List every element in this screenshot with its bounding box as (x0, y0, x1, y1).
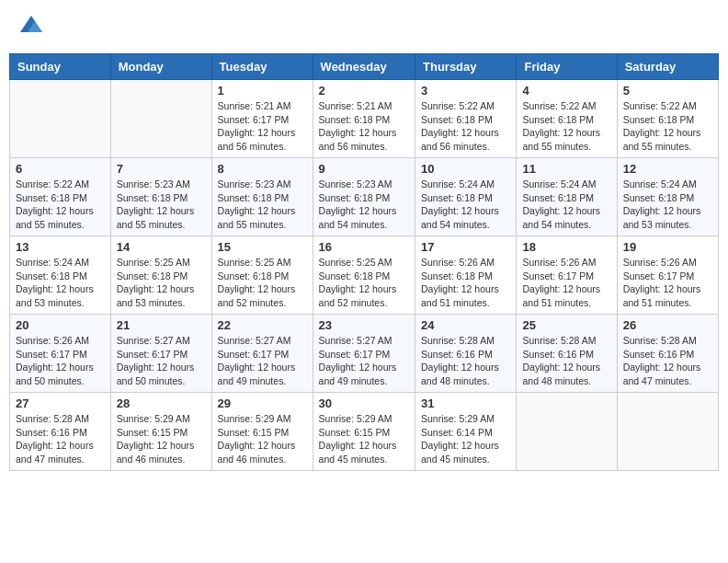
day-of-week-header: Thursday (415, 54, 517, 80)
day-info: Sunrise: 5:29 AM Sunset: 6:14 PM Dayligh… (421, 412, 510, 466)
day-of-week-header: Monday (110, 54, 211, 80)
calendar-cell: 19Sunrise: 5:26 AM Sunset: 6:17 PM Dayli… (617, 236, 718, 315)
logo (18, 14, 46, 40)
day-info: Sunrise: 5:26 AM Sunset: 6:17 PM Dayligh… (16, 334, 105, 388)
calendar-cell: 7Sunrise: 5:23 AM Sunset: 6:18 PM Daylig… (110, 158, 211, 236)
day-number: 20 (16, 318, 105, 332)
calendar-week-row: 1Sunrise: 5:21 AM Sunset: 6:17 PM Daylig… (10, 80, 719, 158)
day-info: Sunrise: 5:23 AM Sunset: 6:18 PM Dayligh… (319, 178, 409, 232)
day-number: 27 (16, 396, 105, 410)
day-info: Sunrise: 5:22 AM Sunset: 6:18 PM Dayligh… (522, 99, 610, 154)
calendar-cell (10, 80, 111, 158)
day-number: 26 (623, 318, 712, 332)
day-info: Sunrise: 5:28 AM Sunset: 6:16 PM Dayligh… (522, 334, 610, 388)
day-of-week-header: Friday (517, 54, 617, 80)
day-number: 6 (16, 162, 105, 176)
days-of-week-row: SundayMondayTuesdayWednesdayThursdayFrid… (10, 54, 719, 80)
calendar-cell: 28Sunrise: 5:29 AM Sunset: 6:15 PM Dayli… (110, 393, 211, 471)
day-info: Sunrise: 5:26 AM Sunset: 6:17 PM Dayligh… (623, 256, 712, 310)
day-number: 31 (421, 396, 510, 410)
day-info: Sunrise: 5:26 AM Sunset: 6:18 PM Dayligh… (421, 256, 510, 310)
calendar-cell: 18Sunrise: 5:26 AM Sunset: 6:17 PM Dayli… (517, 236, 617, 315)
day-number: 23 (319, 318, 409, 332)
calendar-week-row: 27Sunrise: 5:28 AM Sunset: 6:16 PM Dayli… (10, 393, 719, 471)
day-of-week-header: Tuesday (211, 54, 313, 80)
day-info: Sunrise: 5:29 AM Sunset: 6:15 PM Dayligh… (218, 412, 307, 466)
calendar-cell: 13Sunrise: 5:24 AM Sunset: 6:18 PM Dayli… (10, 236, 111, 315)
day-number: 21 (117, 318, 206, 332)
calendar-cell: 8Sunrise: 5:23 AM Sunset: 6:18 PM Daylig… (211, 158, 313, 236)
day-number: 22 (218, 318, 307, 332)
calendar-cell: 14Sunrise: 5:25 AM Sunset: 6:18 PM Dayli… (110, 236, 211, 315)
day-info: Sunrise: 5:22 AM Sunset: 6:18 PM Dayligh… (421, 99, 510, 154)
calendar-cell: 25Sunrise: 5:28 AM Sunset: 6:16 PM Dayli… (517, 315, 617, 393)
calendar-cell: 15Sunrise: 5:25 AM Sunset: 6:18 PM Dayli… (211, 236, 313, 315)
day-info: Sunrise: 5:26 AM Sunset: 6:17 PM Dayligh… (522, 256, 610, 310)
day-number: 14 (117, 240, 206, 254)
day-number: 16 (319, 240, 409, 254)
day-info: Sunrise: 5:25 AM Sunset: 6:18 PM Dayligh… (319, 256, 409, 310)
day-number: 29 (218, 396, 307, 410)
calendar-week-row: 20Sunrise: 5:26 AM Sunset: 6:17 PM Dayli… (10, 315, 719, 393)
calendar-cell: 30Sunrise: 5:29 AM Sunset: 6:15 PM Dayli… (313, 393, 415, 471)
calendar-cell (110, 80, 211, 158)
day-info: Sunrise: 5:22 AM Sunset: 6:18 PM Dayligh… (623, 99, 712, 154)
day-info: Sunrise: 5:25 AM Sunset: 6:18 PM Dayligh… (218, 256, 307, 310)
day-number: 15 (218, 240, 307, 254)
calendar-cell: 21Sunrise: 5:27 AM Sunset: 6:17 PM Dayli… (110, 315, 211, 393)
day-info: Sunrise: 5:28 AM Sunset: 6:16 PM Dayligh… (623, 334, 712, 388)
calendar-cell: 11Sunrise: 5:24 AM Sunset: 6:18 PM Dayli… (517, 158, 617, 236)
calendar-cell: 10Sunrise: 5:24 AM Sunset: 6:18 PM Dayli… (415, 158, 517, 236)
day-number: 17 (421, 240, 510, 254)
day-number: 18 (522, 240, 610, 254)
day-info: Sunrise: 5:28 AM Sunset: 6:16 PM Dayligh… (16, 412, 105, 466)
calendar-week-row: 13Sunrise: 5:24 AM Sunset: 6:18 PM Dayli… (10, 236, 719, 315)
calendar-cell: 9Sunrise: 5:23 AM Sunset: 6:18 PM Daylig… (313, 158, 415, 236)
calendar-cell (517, 393, 617, 471)
calendar-cell: 5Sunrise: 5:22 AM Sunset: 6:18 PM Daylig… (617, 80, 718, 158)
calendar-cell: 31Sunrise: 5:29 AM Sunset: 6:14 PM Dayli… (415, 393, 517, 471)
day-number: 10 (421, 162, 510, 176)
day-number: 7 (117, 162, 206, 176)
page-header (9, 9, 719, 44)
calendar-cell: 23Sunrise: 5:27 AM Sunset: 6:17 PM Dayli… (313, 315, 415, 393)
calendar-cell: 4Sunrise: 5:22 AM Sunset: 6:18 PM Daylig… (517, 80, 617, 158)
calendar-cell: 3Sunrise: 5:22 AM Sunset: 6:18 PM Daylig… (415, 80, 517, 158)
day-info: Sunrise: 5:24 AM Sunset: 6:18 PM Dayligh… (421, 178, 510, 232)
day-info: Sunrise: 5:24 AM Sunset: 6:18 PM Dayligh… (16, 256, 105, 310)
calendar-cell: 27Sunrise: 5:28 AM Sunset: 6:16 PM Dayli… (10, 393, 111, 471)
day-of-week-header: Wednesday (313, 54, 415, 80)
day-number: 11 (522, 162, 610, 176)
day-info: Sunrise: 5:21 AM Sunset: 6:18 PM Dayligh… (319, 99, 409, 154)
day-number: 5 (623, 84, 712, 98)
day-number: 8 (218, 162, 307, 176)
calendar-body: 1Sunrise: 5:21 AM Sunset: 6:17 PM Daylig… (10, 80, 719, 471)
day-info: Sunrise: 5:24 AM Sunset: 6:18 PM Dayligh… (623, 178, 712, 232)
calendar-cell: 12Sunrise: 5:24 AM Sunset: 6:18 PM Dayli… (617, 158, 718, 236)
day-info: Sunrise: 5:28 AM Sunset: 6:16 PM Dayligh… (421, 334, 510, 388)
day-info: Sunrise: 5:22 AM Sunset: 6:18 PM Dayligh… (16, 178, 105, 232)
day-number: 12 (623, 162, 712, 176)
day-info: Sunrise: 5:23 AM Sunset: 6:18 PM Dayligh… (117, 178, 206, 232)
day-number: 13 (16, 240, 105, 254)
day-info: Sunrise: 5:24 AM Sunset: 6:18 PM Dayligh… (522, 178, 610, 232)
calendar-cell: 26Sunrise: 5:28 AM Sunset: 6:16 PM Dayli… (617, 315, 718, 393)
calendar-cell (617, 393, 718, 471)
day-info: Sunrise: 5:21 AM Sunset: 6:17 PM Dayligh… (218, 99, 307, 154)
day-info: Sunrise: 5:29 AM Sunset: 6:15 PM Dayligh… (117, 412, 206, 466)
day-number: 9 (319, 162, 409, 176)
calendar-table: SundayMondayTuesdayWednesdayThursdayFrid… (9, 53, 719, 471)
day-info: Sunrise: 5:27 AM Sunset: 6:17 PM Dayligh… (218, 334, 307, 388)
calendar-cell: 22Sunrise: 5:27 AM Sunset: 6:17 PM Dayli… (211, 315, 313, 393)
day-of-week-header: Saturday (617, 54, 718, 80)
calendar-cell: 16Sunrise: 5:25 AM Sunset: 6:18 PM Dayli… (313, 236, 415, 315)
calendar-cell: 24Sunrise: 5:28 AM Sunset: 6:16 PM Dayli… (415, 315, 517, 393)
day-number: 4 (522, 84, 610, 98)
day-number: 25 (522, 318, 610, 332)
day-number: 1 (218, 84, 307, 98)
calendar-cell: 1Sunrise: 5:21 AM Sunset: 6:17 PM Daylig… (211, 80, 313, 158)
calendar-cell: 2Sunrise: 5:21 AM Sunset: 6:18 PM Daylig… (313, 80, 415, 158)
calendar-week-row: 6Sunrise: 5:22 AM Sunset: 6:18 PM Daylig… (10, 158, 719, 236)
day-info: Sunrise: 5:25 AM Sunset: 6:18 PM Dayligh… (117, 256, 206, 310)
calendar-cell: 29Sunrise: 5:29 AM Sunset: 6:15 PM Dayli… (211, 393, 313, 471)
